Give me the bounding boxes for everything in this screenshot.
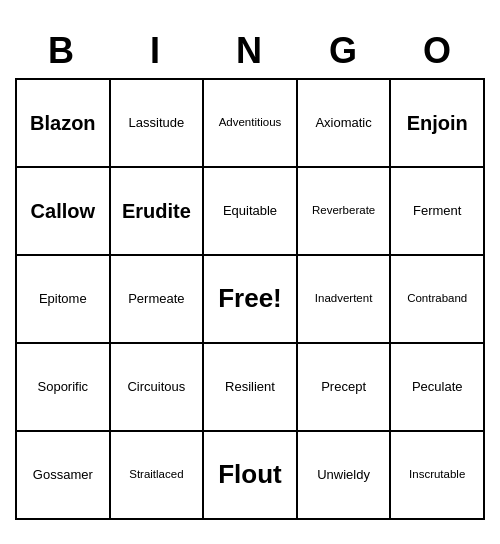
bingo-cell-r3-c2: Resilient [204, 344, 298, 432]
bingo-cell-r3-c4: Peculate [391, 344, 485, 432]
header-letter-i: I [109, 24, 203, 78]
bingo-grid: BlazonLassitudeAdventitiousAxiomaticEnjo… [15, 78, 485, 520]
cell-text: Epitome [39, 291, 87, 307]
cell-text: Soporific [38, 379, 89, 395]
cell-text: Inadvertent [315, 292, 373, 306]
cell-text: Erudite [122, 199, 191, 223]
bingo-cell-r4-c2: Flout [204, 432, 298, 520]
bingo-cell-r4-c4: Inscrutable [391, 432, 485, 520]
bingo-header: BINGO [15, 24, 485, 78]
cell-text: Permeate [128, 291, 184, 307]
cell-text: Free! [218, 283, 282, 314]
cell-text: Circuitous [127, 379, 185, 395]
cell-text: Callow [31, 199, 95, 223]
bingo-cell-r2-c3: Inadvertent [298, 256, 392, 344]
bingo-cell-r2-c0: Epitome [17, 256, 111, 344]
bingo-card: BINGO BlazonLassitudeAdventitiousAxiomat… [15, 24, 485, 520]
cell-text: Precept [321, 379, 366, 395]
bingo-cell-r1-c3: Reverberate [298, 168, 392, 256]
cell-text: Blazon [30, 111, 96, 135]
header-letter-o: O [391, 24, 485, 78]
bingo-cell-r0-c1: Lassitude [111, 80, 205, 168]
bingo-cell-r2-c1: Permeate [111, 256, 205, 344]
bingo-cell-r3-c3: Precept [298, 344, 392, 432]
bingo-cell-r3-c1: Circuitous [111, 344, 205, 432]
cell-text: Straitlaced [129, 468, 183, 482]
cell-text: Reverberate [312, 204, 375, 218]
header-letter-b: B [15, 24, 109, 78]
bingo-cell-r4-c1: Straitlaced [111, 432, 205, 520]
bingo-cell-r1-c1: Erudite [111, 168, 205, 256]
cell-text: Adventitious [219, 116, 282, 130]
cell-text: Equitable [223, 203, 277, 219]
cell-text: Unwieldy [317, 467, 370, 483]
bingo-cell-r1-c2: Equitable [204, 168, 298, 256]
cell-text: Peculate [412, 379, 463, 395]
cell-text: Gossamer [33, 467, 93, 483]
cell-text: Enjoin [407, 111, 468, 135]
cell-text: Axiomatic [315, 115, 371, 131]
bingo-cell-r0-c0: Blazon [17, 80, 111, 168]
header-letter-n: N [203, 24, 297, 78]
bingo-cell-r1-c0: Callow [17, 168, 111, 256]
cell-text: Inscrutable [409, 468, 465, 482]
bingo-cell-r2-c2: Free! [204, 256, 298, 344]
bingo-cell-r0-c3: Axiomatic [298, 80, 392, 168]
cell-text: Contraband [407, 292, 467, 306]
bingo-cell-r4-c0: Gossamer [17, 432, 111, 520]
cell-text: Flout [218, 459, 282, 490]
bingo-cell-r0-c4: Enjoin [391, 80, 485, 168]
header-letter-g: G [297, 24, 391, 78]
bingo-cell-r4-c3: Unwieldy [298, 432, 392, 520]
bingo-cell-r2-c4: Contraband [391, 256, 485, 344]
cell-text: Lassitude [129, 115, 185, 131]
bingo-cell-r3-c0: Soporific [17, 344, 111, 432]
cell-text: Resilient [225, 379, 275, 395]
bingo-cell-r0-c2: Adventitious [204, 80, 298, 168]
cell-text: Ferment [413, 203, 461, 219]
bingo-cell-r1-c4: Ferment [391, 168, 485, 256]
